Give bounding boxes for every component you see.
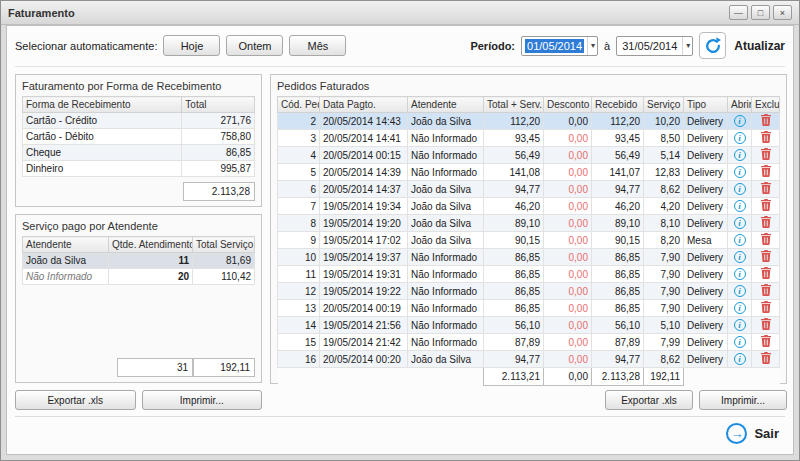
attendants-total-count: 31 (117, 358, 193, 377)
minimize-button[interactable]: — (729, 5, 748, 20)
order-row[interactable]: 11 19/05/2014 19:31 Não Informado 86,85 … (278, 266, 780, 283)
column-header[interactable]: Total + Serv. (484, 97, 544, 113)
order-delete-cell (752, 283, 780, 300)
close-button[interactable]: × (773, 5, 792, 20)
yesterday-button[interactable]: Ontem (226, 35, 283, 56)
column-header[interactable]: Total (182, 97, 255, 113)
export-xls-button-orders[interactable]: Exportar .xls (605, 390, 693, 410)
attendants-total-service: 192,11 (193, 358, 255, 377)
column-header[interactable]: Desconto (544, 97, 592, 113)
exit-button[interactable]: → Sair (726, 423, 785, 444)
delete-order-button[interactable] (761, 352, 771, 364)
column-header[interactable]: Atendente (408, 97, 484, 113)
today-button[interactable]: Hoje (163, 35, 220, 56)
order-cod: 14 (278, 317, 320, 334)
date-to-select[interactable]: 31/05/2014 ▾ (616, 36, 693, 56)
delete-order-button[interactable] (761, 301, 771, 313)
trash-icon (761, 301, 771, 313)
order-row[interactable]: 4 20/05/2014 00:15 Não Informado 56,49 0… (278, 147, 780, 164)
open-order-info-icon[interactable]: i (734, 166, 746, 178)
open-order-info-icon[interactable]: i (734, 285, 746, 297)
trash-icon (761, 114, 771, 126)
open-order-info-icon[interactable]: i (734, 319, 746, 331)
delete-order-button[interactable] (761, 114, 771, 126)
delete-order-button[interactable] (761, 131, 771, 143)
open-order-info-icon[interactable]: i (734, 200, 746, 212)
column-header[interactable]: Qtde. Atendimentos (109, 237, 193, 253)
delete-order-button[interactable] (761, 182, 771, 194)
maximize-button[interactable]: □ (751, 5, 770, 20)
delete-order-button[interactable] (761, 335, 771, 347)
order-delete-cell (752, 147, 780, 164)
delete-order-button[interactable] (761, 233, 771, 245)
window-title: Faturamento (8, 7, 75, 19)
order-row[interactable]: 14 19/05/2014 21:56 Não Informado 56,10 … (278, 317, 780, 334)
order-row[interactable]: 12 19/05/2014 19:22 Não Informado 86,85 … (278, 283, 780, 300)
order-type: Delivery (684, 164, 728, 181)
open-order-info-icon[interactable]: i (734, 268, 746, 280)
delete-order-button[interactable] (761, 250, 771, 262)
delete-order-button[interactable] (761, 267, 771, 279)
order-discount: 0,00 (544, 181, 592, 198)
date-from-select[interactable]: 01/05/2014 ▾ (521, 36, 598, 56)
column-header[interactable]: Abrir (728, 97, 752, 113)
open-order-info-icon[interactable]: i (734, 149, 746, 161)
payment-method-row[interactable]: Cartão - Crédito 271,76 (23, 113, 255, 129)
order-date: 20/05/2014 00:20 (320, 351, 408, 368)
delete-order-button[interactable] (761, 284, 771, 296)
delete-order-button[interactable] (761, 318, 771, 330)
month-button[interactable]: Mês (289, 35, 346, 56)
order-row[interactable]: 13 20/05/2014 00:19 Não Informado 86,85 … (278, 300, 780, 317)
open-order-info-icon[interactable]: i (734, 183, 746, 195)
attendants-table: Atendente Qtde. Atendimentos Total Servi… (22, 236, 255, 285)
order-row[interactable]: 15 19/05/2014 21:42 Não Informado 87,89 … (278, 334, 780, 351)
open-order-info-icon[interactable]: i (734, 115, 746, 127)
open-order-info-icon[interactable]: i (734, 251, 746, 263)
date-to-value: 31/05/2014 (620, 39, 679, 53)
order-row[interactable]: 8 19/05/2014 19:20 João da Silva 89,10 0… (278, 215, 780, 232)
print-button-attendants[interactable]: Imprimir... (142, 390, 263, 410)
column-header[interactable]: Total Serviço (193, 237, 255, 253)
payment-method-row[interactable]: Dinheiro 995,87 (23, 161, 255, 177)
order-row[interactable]: 3 20/05/2014 14:41 Não Informado 93,45 0… (278, 130, 780, 147)
column-header[interactable]: Serviço (644, 97, 684, 113)
delete-order-button[interactable] (761, 148, 771, 160)
open-order-info-icon[interactable]: i (734, 132, 746, 144)
print-button-orders[interactable]: Imprimir... (699, 390, 787, 410)
order-row[interactable]: 6 20/05/2014 14:37 João da Silva 94,77 0… (278, 181, 780, 198)
order-date: 20/05/2014 14:43 (320, 113, 408, 130)
maximize-icon: □ (758, 8, 763, 18)
order-row[interactable]: 2 20/05/2014 14:43 João da Silva 112,20 … (278, 113, 780, 130)
column-header[interactable]: Recebido (592, 97, 644, 113)
column-header[interactable]: Cód. Ped. (278, 97, 320, 113)
open-order-info-icon[interactable]: i (734, 353, 746, 365)
order-row[interactable]: 10 19/05/2014 19:37 Não Informado 86,85 … (278, 249, 780, 266)
titlebar[interactable]: Faturamento — □ × (1, 1, 799, 25)
attendant-row[interactable]: Não Informado 20 110,42 (23, 269, 255, 285)
column-header[interactable]: Excluir (752, 97, 780, 113)
open-order-info-icon[interactable]: i (734, 234, 746, 246)
order-row[interactable]: 16 20/05/2014 00:20 João da Silva 94,77 … (278, 351, 780, 368)
order-row[interactable]: 9 19/05/2014 17:02 João da Silva 90,15 0… (278, 232, 780, 249)
delete-order-button[interactable] (761, 165, 771, 177)
column-header[interactable]: Data Pagto. (320, 97, 408, 113)
delete-order-button[interactable] (761, 199, 771, 211)
refresh-button[interactable] (699, 32, 726, 59)
chevron-down-icon[interactable]: ▾ (682, 37, 690, 55)
column-header[interactable]: Forma de Recebimento (23, 97, 182, 113)
order-row[interactable]: 5 20/05/2014 14:39 Não Informado 141,08 … (278, 164, 780, 181)
open-order-info-icon[interactable]: i (734, 336, 746, 348)
order-cod: 5 (278, 164, 320, 181)
open-order-info-icon[interactable]: i (734, 302, 746, 314)
chevron-down-icon[interactable]: ▾ (587, 37, 595, 55)
column-header[interactable]: Tipo (684, 97, 728, 113)
export-xls-button-attendants[interactable]: Exportar .xls (15, 390, 136, 410)
open-order-info-icon[interactable]: i (734, 217, 746, 229)
payment-method-row[interactable]: Cartão - Débito 758,80 (23, 129, 255, 145)
order-row[interactable]: 7 19/05/2014 19:34 João da Silva 46,20 0… (278, 198, 780, 215)
column-header[interactable]: Atendente (23, 237, 109, 253)
attendant-row[interactable]: João da Silva 11 81,69 (23, 253, 255, 269)
order-open-cell: i (728, 283, 752, 300)
delete-order-button[interactable] (761, 216, 771, 228)
payment-method-row[interactable]: Cheque 86,85 (23, 145, 255, 161)
